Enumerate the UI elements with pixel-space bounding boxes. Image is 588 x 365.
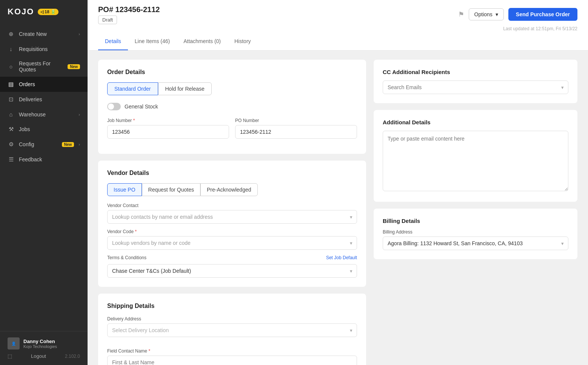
vendor-contact-group: Vendor Contact Lookup contacts by name o… — [107, 203, 357, 224]
order-type-group: Standard Order Hold for Release — [107, 82, 357, 95]
tab-history[interactable]: History — [228, 33, 258, 50]
billing-address-group: Billing Address Agora Billing: 1132 Howa… — [383, 229, 568, 250]
tab-line-items[interactable]: Line Items (46) — [128, 33, 177, 50]
hold-for-release-button[interactable]: Hold for Release — [158, 82, 212, 95]
sidebar-item-label: Requisitions — [19, 46, 80, 52]
topbar-main-row: PO# 123456-2112 — [98, 5, 160, 14]
options-label: Options — [474, 11, 493, 17]
sidebar-item-jobs[interactable]: ⚒ Jobs — [0, 122, 88, 137]
title-section: PO# 123456-2112 Draft — [98, 5, 160, 23]
config-icon: ⚙ — [8, 141, 14, 148]
sidebar-item-config[interactable]: ⚙ Config New › — [0, 137, 88, 152]
right-column: CC Additional Recipients Additional Deta… — [374, 60, 577, 356]
vendor-type-group: Issue PO Request for Quotes Pre-Acknowle… — [107, 183, 357, 196]
sidebar-item-warehouse[interactable]: ⌂ Warehouse › — [0, 107, 88, 122]
job-number-group: Job Number * — [107, 118, 229, 139]
field-contact-name-label: Field Contact Name * — [107, 348, 357, 354]
delivery-select-wrapper: Select Delivery Location — [107, 323, 357, 337]
toggle-knob — [108, 104, 114, 110]
page-title: PO# 123456-2112 — [98, 5, 160, 14]
flag-icon[interactable]: ⚑ — [458, 10, 464, 19]
po-number-group: PO Number — [235, 118, 357, 139]
search-email-wrapper — [383, 80, 568, 94]
user-company: Kojo Technologies — [23, 344, 57, 349]
field-contact-name-group: Field Contact Name * — [107, 348, 357, 365]
field-contact-name-input[interactable] — [107, 356, 357, 365]
vendor-code-label: Vendor Code * — [107, 229, 357, 234]
billing-address-select[interactable]: Agora Billing: 1132 Howard St, San Franc… — [383, 237, 568, 250]
sidebar-item-label: Feedback — [19, 156, 80, 162]
shipping-details-title: Shipping Details — [107, 303, 357, 309]
general-stock-toggle-row: General Stock — [107, 103, 357, 110]
left-column: Order Details Standard Order Hold for Re… — [98, 60, 366, 356]
sidebar-item-label: Requests For Quotes — [19, 60, 63, 73]
tabs-bar: Details Line Items (46) Attachments (0) … — [88, 33, 588, 50]
search-emails-input[interactable] — [383, 80, 568, 94]
general-stock-label: General Stock — [125, 104, 158, 110]
sidebar-logo: KOJO ◁ 18 🔋 — [0, 0, 88, 23]
user-name: Danny Cohen — [23, 339, 57, 344]
vendor-contact-label: Vendor Contact — [107, 203, 357, 208]
sidebar-item-label: Create New — [19, 31, 74, 37]
vendor-contact-select[interactable]: Lookup contacts by name or email address — [107, 210, 357, 224]
billing-address-label: Billing Address — [383, 229, 568, 235]
job-po-row: Job Number * PO Number — [107, 118, 357, 139]
tc-label-row: Terms & Conditions Set Job Default — [107, 255, 357, 260]
notification-count: 18 — [45, 9, 49, 14]
send-po-button[interactable]: Send Purchase Order — [508, 8, 577, 21]
feedback-icon: ☰ — [8, 156, 14, 163]
create-new-icon: ⊕ — [8, 31, 14, 37]
pre-acknowledged-button[interactable]: Pre-Acknowledged — [200, 183, 258, 196]
tc-label: Terms & Conditions — [107, 255, 146, 260]
jobs-icon: ⚒ — [8, 126, 14, 133]
battery-icon: 🔋 — [51, 9, 56, 14]
sidebar-footer: 👤 Danny Cohen Kojo Technologies ⬚ Logout… — [0, 331, 88, 365]
vendor-details-card: Vendor Details Issue PO Request for Quot… — [98, 161, 366, 287]
deliveries-icon: ⊡ — [8, 96, 14, 103]
topbar: PO# 123456-2112 Draft ⚑ Options ▾ Send P… — [88, 0, 588, 26]
vendor-code-select-wrapper: Lookup vendors by name or code — [107, 236, 357, 250]
rfq-badge: New — [68, 64, 80, 69]
main-content: PO# 123456-2112 Draft ⚑ Options ▾ Send P… — [88, 0, 588, 365]
config-badge: New — [62, 142, 74, 147]
logout-icon: ⬚ — [8, 353, 12, 359]
notification-badge: ◁ 18 🔋 — [38, 9, 58, 15]
job-number-input[interactable] — [107, 125, 229, 139]
vendor-code-group: Vendor Code * Lookup vendors by name or … — [107, 229, 357, 250]
app-logo: KOJO — [8, 7, 34, 17]
vendor-code-select[interactable]: Lookup vendors by name or code — [107, 236, 357, 250]
tab-details[interactable]: Details — [98, 33, 128, 50]
sidebar-item-label: Config — [19, 141, 57, 147]
email-content-textarea[interactable] — [383, 131, 568, 191]
tab-attachments[interactable]: Attachments (0) — [177, 33, 228, 50]
sidebar-item-orders[interactable]: ▤ Orders — [0, 77, 88, 92]
standard-order-button[interactable]: Standard Order — [107, 82, 158, 95]
shipping-details-card: Shipping Details Delivery Address Select… — [98, 294, 366, 365]
logout-row[interactable]: ⬚ Logout 2.102.0 — [8, 353, 80, 359]
rfq-icon: ○ — [8, 63, 14, 70]
sidebar-item-rfq[interactable]: ○ Requests For Quotes New — [0, 56, 88, 77]
topbar-left: PO# 123456-2112 Draft — [98, 5, 160, 23]
sidebar-item-create-new[interactable]: ⊕ Create New › — [0, 26, 88, 42]
issue-po-button[interactable]: Issue PO — [107, 183, 142, 196]
content-area: Order Details Standard Order Hold for Re… — [88, 51, 588, 365]
tc-select[interactable]: Chase Center T&Cs (Job Default) — [107, 264, 357, 278]
sidebar-item-label: Warehouse — [19, 111, 74, 118]
sidebar-item-deliveries[interactable]: ⊡ Deliveries — [0, 92, 88, 107]
additional-details-title: Additional Details — [383, 119, 568, 125]
billing-details-title: Billing Details — [383, 218, 568, 224]
delivery-address-select[interactable]: Select Delivery Location — [107, 323, 357, 337]
general-stock-toggle[interactable] — [107, 103, 121, 110]
warehouse-icon: ⌂ — [8, 111, 14, 118]
user-info: 👤 Danny Cohen Kojo Technologies — [8, 337, 80, 350]
billing-select-wrapper: Agora Billing: 1132 Howard St, San Franc… — [383, 237, 568, 250]
status-badge: Draft — [98, 15, 117, 24]
sidebar: KOJO ◁ 18 🔋 ⊕ Create New › ↓ Requisition… — [0, 0, 88, 365]
request-for-quotes-button[interactable]: Request for Quotes — [142, 183, 200, 196]
tabs: Details Line Items (46) Attachments (0) … — [98, 33, 577, 50]
po-number-input[interactable] — [235, 125, 357, 139]
sidebar-item-requisitions[interactable]: ↓ Requisitions — [0, 42, 88, 56]
options-dropdown[interactable]: Options ▾ — [469, 8, 504, 20]
set-job-default-link[interactable]: Set Job Default — [326, 255, 357, 260]
sidebar-item-feedback[interactable]: ☰ Feedback — [0, 152, 88, 167]
